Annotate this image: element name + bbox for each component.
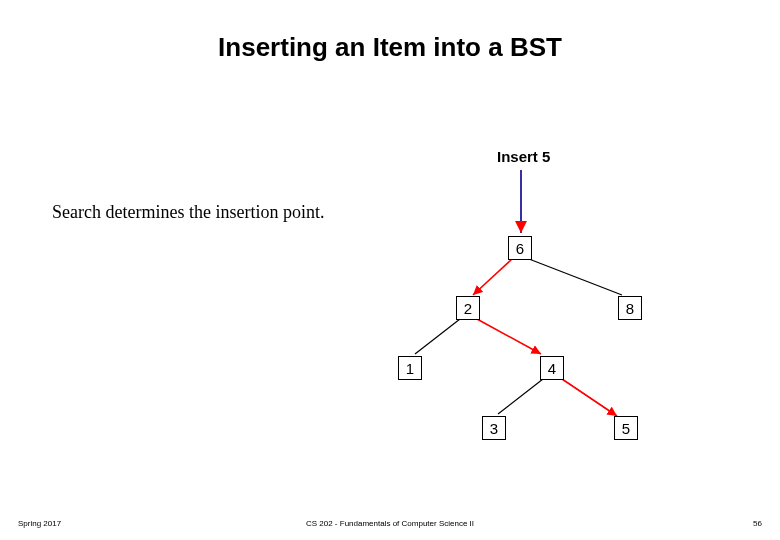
edge-2-1 (415, 319, 460, 354)
footer-center: CS 202 - Fundamentals of Computer Scienc… (0, 519, 780, 528)
insert-label: Insert 5 (497, 148, 550, 165)
search-note: Search determines the insertion point. (52, 202, 324, 223)
node-5: 5 (614, 416, 638, 440)
edge-4-5-dashed (562, 379, 614, 414)
edge-2-4 (477, 319, 541, 354)
edge-4-5-arrow (562, 379, 617, 416)
edge-4-3 (498, 379, 543, 414)
slide-title: Inserting an Item into a BST (0, 32, 780, 63)
tree-edges (0, 0, 780, 540)
node-2: 2 (456, 296, 480, 320)
node-1: 1 (398, 356, 422, 380)
node-3: 3 (482, 416, 506, 440)
node-6: 6 (508, 236, 532, 260)
footer-right: 56 (753, 519, 762, 528)
node-8: 8 (618, 296, 642, 320)
edge-6-8 (529, 259, 622, 295)
edge-6-2 (473, 259, 512, 295)
node-4: 4 (540, 356, 564, 380)
